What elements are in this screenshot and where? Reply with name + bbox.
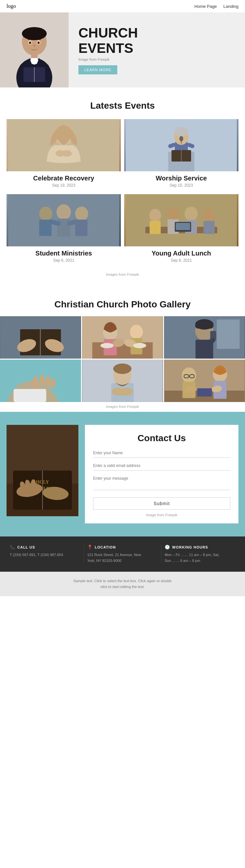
footer-location-title: 📍 LOCATION bbox=[87, 545, 158, 550]
event-title-4: Young Adult Lunch bbox=[124, 250, 239, 257]
footer-hours-title: 🕐 WORKING HOURS bbox=[165, 545, 235, 550]
event-image-3 bbox=[6, 194, 121, 246]
events-grid: Celebrate Recovery Sep 19, 2023 bbox=[6, 119, 239, 269]
contact-bible-image: HOLY BIBLE bbox=[6, 425, 78, 516]
footer-call-text: T (234) 567-891, T (234) 987-654 bbox=[10, 552, 80, 558]
contact-form: Submit bbox=[93, 448, 230, 510]
clock-icon: 🕐 bbox=[165, 545, 170, 550]
gallery-item-5 bbox=[82, 360, 163, 402]
nav-landing[interactable]: Landing bbox=[223, 4, 239, 9]
footer-col-hours: 🕐 WORKING HOURS Mon – Fri …… 11 am – 8 p… bbox=[161, 545, 239, 563]
gallery-item-6 bbox=[164, 360, 245, 402]
footer-call-title: 📞 CALL US bbox=[10, 545, 80, 550]
event-card-4: Young Adult Lunch Sep 8, 2021 bbox=[124, 194, 239, 263]
svg-point-64 bbox=[130, 325, 143, 339]
svg-rect-118 bbox=[6, 425, 78, 516]
latest-events-title: Latests Events bbox=[6, 100, 239, 111]
event-date-4: Sep 8, 2021 bbox=[124, 258, 239, 263]
hero-text-block: CHURCH EVENTS Image from Freepik LEARN M… bbox=[69, 19, 245, 81]
svg-point-81 bbox=[40, 374, 45, 388]
event-date-3: Sep 6, 2021 bbox=[6, 258, 121, 263]
contact-form-box: Contact Us Submit Image from Freepik bbox=[85, 425, 239, 523]
contact-message-input[interactable] bbox=[93, 474, 230, 490]
event-card-1: Celebrate Recovery Sep 19, 2023 bbox=[6, 119, 121, 188]
gallery-images-credit: Images from Freepik bbox=[0, 405, 245, 412]
event-card-3: Student Ministries Sep 6, 2021 bbox=[6, 194, 121, 263]
footer-info: 📞 CALL US T (234) 567-891, T (234) 987-6… bbox=[0, 536, 245, 572]
svg-point-68 bbox=[101, 343, 114, 348]
contact-image-credit: Image from Freepik bbox=[93, 513, 230, 517]
svg-rect-106 bbox=[197, 388, 212, 397]
event-image-4 bbox=[124, 194, 239, 246]
gallery-item-4 bbox=[0, 360, 81, 402]
svg-point-15 bbox=[37, 42, 39, 44]
contact-name-input[interactable] bbox=[93, 448, 230, 458]
gallery-item-2 bbox=[82, 316, 163, 359]
phone-icon: 📞 bbox=[10, 545, 15, 550]
svg-point-69 bbox=[133, 343, 146, 348]
contact-section: HOLY BIBLE Contact Us Submit Image from … bbox=[0, 412, 245, 536]
contact-submit-button[interactable]: Submit bbox=[93, 497, 230, 510]
hero-person-figure bbox=[0, 12, 69, 88]
hero-title: CHURCH EVENTS bbox=[78, 26, 235, 56]
event-image-2 bbox=[124, 119, 239, 171]
footer-location-text: 121 Rock Street, 21 Avenue, New York, NY… bbox=[87, 552, 158, 563]
hero-image bbox=[0, 12, 69, 88]
event-title-2: Worship Service bbox=[124, 175, 239, 182]
event-title-1: Celebrate Recovery bbox=[6, 175, 121, 182]
svg-point-3 bbox=[22, 27, 47, 40]
svg-rect-41 bbox=[8, 194, 119, 246]
contact-email-input[interactable] bbox=[93, 461, 230, 470]
svg-rect-78 bbox=[217, 319, 240, 349]
latest-events-section: Latests Events Celebrate Re bbox=[0, 88, 245, 289]
location-icon: 📍 bbox=[87, 545, 93, 550]
navbar: logo Home Page Landing bbox=[0, 0, 245, 12]
event-image-1 bbox=[6, 119, 121, 171]
footer-bottom-text: Sample text. Click to select the text bo… bbox=[6, 578, 239, 590]
footer-hours-text: Mon – Fri …… 11 am – 8 pm, Sat, Sun …… 6… bbox=[165, 552, 235, 563]
events-images-credit: Images from Freepik bbox=[6, 273, 239, 276]
learn-more-button[interactable]: LEARN MORE bbox=[78, 65, 117, 74]
nav-links: Home Page Landing bbox=[194, 4, 239, 9]
event-date-2: Sep 15, 2023 bbox=[124, 183, 239, 188]
footer-col-call: 📞 CALL US T (234) 567-891, T (234) 987-6… bbox=[6, 545, 84, 563]
logo: logo bbox=[6, 3, 16, 9]
gallery-section: Christian Church Photo Gallery bbox=[0, 289, 245, 412]
gallery-item-1 bbox=[0, 316, 81, 359]
svg-rect-20 bbox=[8, 119, 119, 171]
svg-point-14 bbox=[29, 42, 31, 44]
svg-rect-54 bbox=[126, 194, 237, 246]
footer-col-location: 📍 LOCATION 121 Rock Street, 21 Avenue, N… bbox=[84, 545, 161, 563]
gallery-title: Christian Church Photo Gallery bbox=[0, 299, 245, 310]
event-date-1: Sep 19, 2023 bbox=[6, 183, 121, 188]
nav-home[interactable]: Home Page bbox=[194, 4, 217, 9]
event-card-2: Worship Service Sep 15, 2023 bbox=[124, 119, 239, 188]
event-title-3: Student Ministries bbox=[6, 250, 121, 257]
gallery-grid bbox=[0, 316, 245, 402]
svg-rect-94 bbox=[83, 360, 163, 402]
hero-section: CHURCH EVENTS Image from Freepik LEARN M… bbox=[0, 12, 245, 88]
svg-rect-85 bbox=[14, 389, 46, 402]
gallery-item-3 bbox=[164, 316, 245, 359]
svg-point-25 bbox=[174, 127, 189, 136]
hero-image-credit: Image from Freepik bbox=[78, 57, 235, 61]
footer-bottom: Sample text. Click to select the text bo… bbox=[0, 572, 245, 596]
svg-point-27 bbox=[179, 136, 183, 141]
contact-title: Contact Us bbox=[93, 433, 230, 443]
